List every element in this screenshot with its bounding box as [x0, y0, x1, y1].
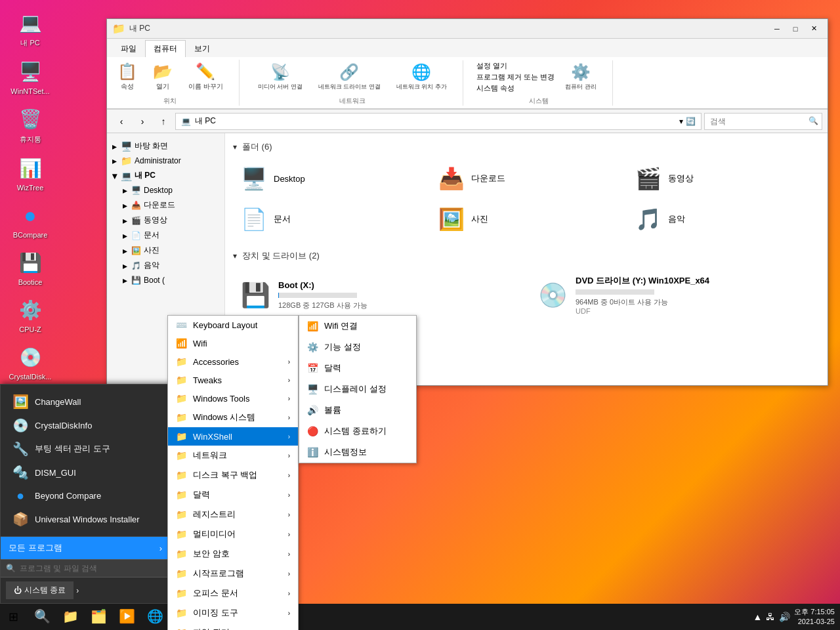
up-button[interactable]: ↑	[154, 114, 173, 129]
ctx-security[interactable]: 📁 보안 암호 ›	[168, 544, 298, 564]
ribbon-btn-open[interactable]: 📂 열기	[148, 60, 178, 94]
folder-item-pictures[interactable]: 🖼️ 사진	[430, 201, 623, 237]
ctx-image-tools[interactable]: 📁 이미징 도구 ›	[168, 603, 298, 623]
sidebar-item-boot[interactable]: ▸ 💾 Boot (	[117, 273, 224, 287]
taskbar-media[interactable]: ▶️	[114, 605, 140, 629]
shutdown-button[interactable]: ⏻ 시스템 종료	[6, 581, 74, 599]
ribbon-btn-computer-mgmt[interactable]: 시스템 속성	[476, 83, 555, 93]
address-dropdown-icon[interactable]: ▾	[679, 117, 683, 126]
sub-shutdown[interactable]: 🔴 시스템 종료하기	[299, 421, 416, 442]
start-app-crystaldiskinfo[interactable]: 💿 CrystalDiskInfo	[6, 413, 165, 437]
all-programs-button[interactable]: 모든 프로그램 ›	[1, 537, 170, 559]
tray-volume-icon[interactable]: 🔊	[779, 612, 790, 622]
desktop-icon-mypc[interactable]: 💻 내 PC	[7, 7, 54, 51]
folder-item-videos[interactable]: 🎬 동영상	[627, 161, 820, 196]
tray-clock[interactable]: 오후 7:15:05 2021-03-25	[794, 607, 835, 627]
tray-network-icon[interactable]: 🖧	[766, 612, 775, 622]
ctx-keyboard-layout[interactable]: ⌨️ Keyboard Layout	[168, 316, 298, 334]
sidebar-item-desktop2[interactable]: ▸ 🖥️ Desktop	[117, 183, 224, 198]
ctx-wifi[interactable]: 📶 Wifi	[168, 334, 298, 352]
start-app-uwi[interactable]: 📦 Universal Windows Installer	[6, 507, 165, 531]
tab-computer[interactable]: 컴퓨터	[145, 40, 186, 57]
minimize-button[interactable]: ─	[768, 22, 786, 35]
ribbon-btn-map-drive[interactable]: 🔗 네트워크 드라이브 연결	[313, 60, 386, 94]
sidebar-item-documents[interactable]: ▸ 📄 문서	[117, 228, 224, 243]
ctx-accessories[interactable]: 📁 Accessories ›	[168, 352, 298, 371]
ctx-startup[interactable]: 📁 시작프로그램 ›	[168, 564, 298, 583]
sidebar-item-downloads[interactable]: ▸ 📥 다운로드	[117, 198, 224, 213]
ctx-calculator[interactable]: 📁 달력 ›	[168, 485, 298, 505]
address-bar[interactable]: 💻 내 PC ▾ 🔄	[175, 113, 702, 130]
ribbon-btn-settings[interactable]: ⚙️ 컴퓨터 관리	[560, 60, 602, 94]
ctx-registry[interactable]: 📁 레지스트리 ›	[168, 505, 298, 524]
desktop-icon-winntset[interactable]: 🖥️ WinNTSet...	[7, 56, 54, 98]
tray-up-icon[interactable]: ▲	[753, 612, 762, 622]
tab-file[interactable]: 파일	[112, 40, 145, 57]
sub-display-settings[interactable]: 🖥️ 디스플레이 설정	[299, 379, 416, 400]
taskbar-chrome[interactable]: 🌐	[142, 605, 169, 629]
taskbar-search[interactable]: 🔍	[29, 605, 56, 629]
sidebar-item-admin[interactable]: ▸ 📁 Administrator	[107, 154, 224, 168]
desktop-icon-crystaldisk[interactable]: 💿 CrystalDisk...	[7, 341, 54, 383]
sidebar-item-videos[interactable]: ▸ 🎬 동영상	[117, 213, 224, 228]
drive-item-dvd[interactable]: 💿 DVD 드라이브 (Y:) Win10XPE_x64 964MB 중 0바이…	[530, 270, 820, 320]
ribbon-btn-sys-props[interactable]: 프로그램 제거 또는 변경	[476, 72, 555, 82]
ribbon-btn-rename[interactable]: ✏️ 이름 바꾸기	[183, 60, 228, 94]
desktop-icon-bootice[interactable]: 💾 Bootice	[7, 247, 54, 289]
search-input[interactable]	[704, 113, 822, 130]
ctx-winxshell[interactable]: 📁 WinXShell ›	[168, 427, 298, 446]
folder-item-documents[interactable]: 📄 문서	[233, 201, 425, 237]
start-app-boot-sector[interactable]: 🔧 부팅 섹터 관리 도구	[6, 437, 165, 461]
bootice-label: Bootice	[18, 278, 43, 286]
back-button[interactable]: ‹	[112, 114, 131, 129]
shutdown-arrow-icon[interactable]: ›	[76, 586, 79, 595]
sub-wifi-connect[interactable]: 📶 Wifi 연결	[299, 316, 416, 337]
taskbar-totalcmd[interactable]: 🗂️	[85, 605, 112, 629]
tray-date: 2021-03-25	[794, 617, 835, 627]
desktop-icon-recycle[interactable]: 🗑️ 휴지통	[7, 103, 54, 147]
sidebar-item-music[interactable]: ▸ 🎵 음악	[117, 258, 224, 273]
ribbon-btn-uninstall[interactable]: 설정 열기	[476, 61, 555, 71]
start-app-dism[interactable]: 🔩 DISM_GUI	[6, 461, 165, 484]
desktop-icon-wiztree[interactable]: 📊 WizTree	[7, 152, 54, 194]
taskbar-folder[interactable]: 📁	[57, 605, 84, 629]
ctx-windows-tools[interactable]: 📁 Windows Tools ›	[168, 389, 298, 408]
ctx-tweaks[interactable]: 📁 Tweaks ›	[168, 371, 298, 389]
ribbon-btn-media-server[interactable]: 📡 미디어 서버 연결	[253, 60, 308, 94]
start-app-beyond-compare[interactable]: ● Beyond Compare	[6, 484, 165, 507]
start-app-changewall[interactable]: 🖼️ ChangeWall	[6, 390, 165, 413]
sub-sysinfo[interactable]: ℹ️ 시스템정보	[299, 442, 416, 463]
map-drive-icon: 🔗	[339, 63, 359, 81]
sidebar-item-pictures[interactable]: ▸ 🖼️ 사진	[117, 243, 224, 258]
folder-item-downloads[interactable]: 📥 다운로드	[430, 161, 623, 196]
accessories-folder-icon: 📁	[176, 356, 188, 367]
desktop-icon-bcompare[interactable]: ● BCompare	[7, 200, 54, 242]
maximize-button[interactable]: □	[787, 22, 804, 35]
sidebar-item-desktop[interactable]: ▸ 🖥️ 바탕 화면	[107, 138, 224, 154]
sub-func-settings[interactable]: ⚙️ 기능 설정	[299, 337, 416, 358]
ctx-multimedia[interactable]: 📁 멀티미디어 ›	[168, 524, 298, 544]
sub-calendar[interactable]: 📅 달력	[299, 358, 416, 379]
address-refresh-icon[interactable]: 🔄	[686, 117, 696, 126]
ctx-windows-system[interactable]: 📁 Windows 시스템 ›	[168, 408, 298, 427]
close-button[interactable]: ✕	[805, 22, 822, 35]
address-text: 내 PC	[195, 116, 216, 127]
ctx-disk-backup[interactable]: 📁 디스크 복구 백업 ›	[168, 465, 298, 485]
start-search-input[interactable]	[20, 564, 165, 573]
tab-view[interactable]: 보기	[186, 40, 219, 57]
sub-volume[interactable]: 🔊 볼륨	[299, 400, 416, 421]
drive-item-boot[interactable]: 💾 Boot (X:) 128GB 중 127GB 사용 가능	[233, 270, 522, 320]
start-button[interactable]: ⊞	[0, 604, 26, 630]
forward-button[interactable]: ›	[133, 114, 152, 129]
desktop-icon-cpuz[interactable]: ⚙️ CPU-Z	[7, 294, 54, 336]
ctx-office[interactable]: 📁 오피스 문서 ›	[168, 583, 298, 603]
cpuz-icon: ⚙️	[17, 297, 43, 323]
ctx-file-mgmt[interactable]: 📁 파일 관리 ›	[168, 623, 298, 630]
ribbon-btn-properties[interactable]: 📋 속성	[112, 60, 142, 94]
folder-item-desktop[interactable]: 🖥️ Desktop	[233, 161, 425, 196]
ctx-network[interactable]: 📁 네트워크 ›	[168, 446, 298, 465]
desktop: 💻 내 PC 🖥️ WinNTSet... 🗑️ 휴지통 📊 WizTree ●…	[0, 0, 840, 630]
sidebar-item-mypc[interactable]: ▾ 💻 내 PC	[107, 168, 224, 183]
folder-item-music[interactable]: 🎵 음악	[627, 201, 820, 237]
ribbon-btn-add-location[interactable]: 🌐 네트워크 위치 추가	[391, 60, 452, 94]
